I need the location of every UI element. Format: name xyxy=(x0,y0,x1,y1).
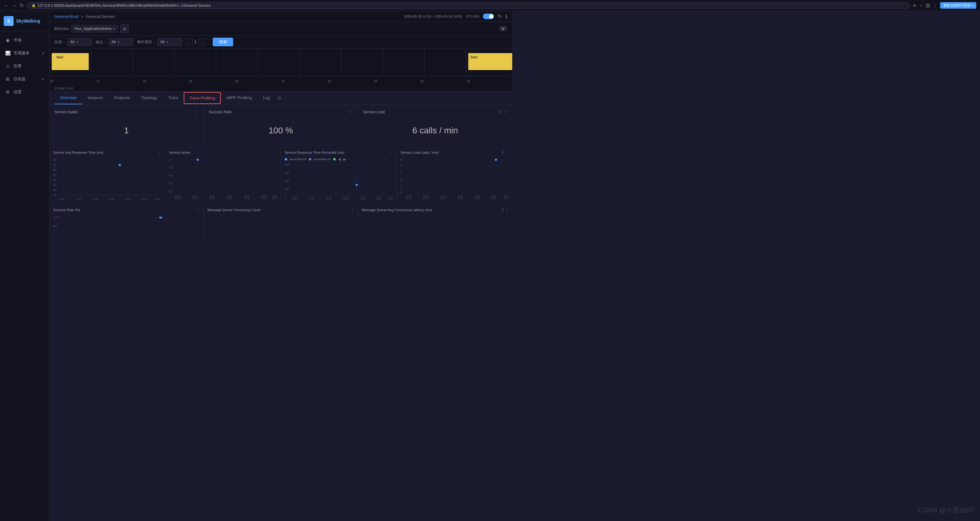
legend-dot-p50 xyxy=(285,158,287,160)
time-range[interactable]: 2024-05-26 14:20 ~ 2024-05-26 14:50 xyxy=(404,14,461,18)
sidebar-item-alarm[interactable]: ⚠ 告警 xyxy=(0,60,49,73)
axis-label: 33 xyxy=(373,79,420,83)
chart-service-load: Service Load (calls / min) ℹ ⋮ 6 5 4 3 2… xyxy=(397,147,512,204)
svg-text:14:45: 14:45 xyxy=(142,198,148,200)
search-button[interactable]: 搜索 xyxy=(213,38,233,46)
sidebar-item-service[interactable]: 📊 常规服务 ∨ xyxy=(0,47,49,60)
endpoint-value: All xyxy=(111,40,116,44)
watermark: CSDN @小道仙97 xyxy=(918,505,974,515)
svg-text:200: 200 xyxy=(285,179,290,183)
legend-arrow-prev[interactable]: ◀ xyxy=(338,157,341,161)
nav-reload[interactable]: ↻ xyxy=(20,2,24,8)
nav-forward[interactable]: → xyxy=(12,3,17,8)
tabs-section: Overview Instance Endpoint Topology Trac… xyxy=(49,92,512,105)
legend-arrow-next[interactable]: ▶ xyxy=(343,157,346,161)
sidebar-item-label: 设置 xyxy=(14,89,22,95)
info-icon[interactable]: ℹ xyxy=(502,150,504,155)
more-icon[interactable]: ⋮ xyxy=(348,110,353,114)
svg-text:05-26: 05-26 xyxy=(388,198,393,200)
info-icon[interactable]: ℹ xyxy=(502,208,504,212)
axis-label: 27 xyxy=(96,79,142,83)
metric-card-success-rate: Success Rate ⋮ 100 % xyxy=(204,105,358,147)
info-icon[interactable]: ℹ xyxy=(506,14,507,19)
menu-icon[interactable]: ⋮ xyxy=(933,3,937,8)
service-config-button[interactable]: ⊞ xyxy=(120,24,129,33)
breadcrumb-root[interactable]: General-Root xyxy=(54,14,78,19)
more-icon[interactable]: ⋮ xyxy=(194,110,199,114)
instance-selector[interactable]: All ▾ xyxy=(67,38,92,46)
prev-page-button[interactable]: ‹ xyxy=(186,38,192,45)
service-name: Your_ApplicationName xyxy=(74,27,112,31)
endpoint-selector[interactable]: All ▾ xyxy=(109,38,134,46)
logo-icon: S xyxy=(4,16,14,26)
more-icon[interactable]: ⋮ xyxy=(389,150,393,155)
axis-label: 28 xyxy=(142,79,188,83)
nav-back[interactable]: ← xyxy=(4,3,9,8)
star-icon[interactable]: ☆ xyxy=(919,3,923,8)
restart-button[interactable]: 重新启动即可更新 » xyxy=(940,2,976,9)
svg-text:05-26: 05-26 xyxy=(59,200,65,200)
tab-log[interactable]: Log xyxy=(258,92,275,104)
v-switch[interactable]: V xyxy=(499,26,507,31)
timeline-chart[interactable]: Start Start 26 27 28 29 30 31 32 33 xyxy=(49,48,512,86)
svg-text:05-26: 05-26 xyxy=(272,197,277,199)
timeline-axis: 26 27 28 29 30 31 32 33 34 35 xyxy=(49,77,512,86)
svg-point-110 xyxy=(495,159,497,160)
axis-label: 29 xyxy=(188,79,235,83)
chart-title: Service Load (calls / min) xyxy=(401,151,439,154)
metric-card-header: Service Load ℹ ⋮ xyxy=(363,110,507,114)
service-selector[interactable]: Your_ApplicationName ▾ xyxy=(71,25,118,32)
svg-text:05-26: 05-26 xyxy=(261,197,267,199)
timeline-section: Start Start 26 27 28 29 30 31 32 33 xyxy=(49,48,512,92)
tab-copy-icon[interactable]: ⊡ xyxy=(275,92,283,104)
more-icon[interactable]: ⋮ xyxy=(505,150,509,155)
tab-trace-profiling[interactable]: Trace Profiling xyxy=(184,92,220,104)
next-page-button[interactable]: › xyxy=(199,38,205,45)
tab-topology[interactable]: Topology xyxy=(135,92,163,104)
more-icon[interactable]: ⋮ xyxy=(158,150,161,155)
metric-actions: ℹ ⋮ xyxy=(500,110,507,114)
metric-card-header: Service Apdex ⋮ xyxy=(54,110,199,114)
chart-actions: ⋮ xyxy=(350,208,354,212)
sidebar-item-label: 常规服务 xyxy=(14,50,30,56)
tab-endpoint[interactable]: Endpoint xyxy=(108,92,135,104)
chart-avg-response-time: Service Avg Response Time (ms) ⋮ 80 70 6… xyxy=(49,147,165,204)
instance-label: 实例： xyxy=(54,40,65,45)
svg-text:100: 100 xyxy=(285,187,290,191)
url-input[interactable]: 🔒 127.0.0.1:60001/dashboard/GENERAL/Serv… xyxy=(27,2,910,9)
alarm-icon: ⚠ xyxy=(5,63,11,69)
chevron-down-icon: ∨ xyxy=(42,52,44,55)
chart-area xyxy=(207,214,354,239)
svg-text:05-26: 05-26 xyxy=(423,197,428,199)
svg-text:Start: Start xyxy=(56,56,63,59)
svg-text:4: 4 xyxy=(401,171,402,175)
tab-overview[interactable]: Overview xyxy=(54,92,82,104)
sidebar-item-dashboard[interactable]: ⊞ 仪表盘 ∨ xyxy=(0,73,49,86)
extension-icon[interactable]: ⬛ xyxy=(926,3,930,8)
svg-text:05-26: 05-26 xyxy=(406,197,411,199)
tab-trace[interactable]: Trace xyxy=(163,92,184,104)
instance-value: All xyxy=(70,40,74,44)
more-icon[interactable]: ⋮ xyxy=(196,208,200,212)
refresh-icon[interactable]: ↻ xyxy=(498,14,502,19)
browser-icons: ⊕ ☆ ⬛ ⋮ xyxy=(913,3,937,8)
tab-instance[interactable]: Instance xyxy=(82,92,108,104)
more-icon[interactable]: ⋮ xyxy=(503,110,507,114)
svg-text:40: 40 xyxy=(53,178,56,181)
sidebar-item-market[interactable]: ◉ 市场 xyxy=(0,33,49,47)
translate-icon[interactable]: ⊕ xyxy=(913,3,916,8)
chart-title: Success Rate (%) xyxy=(53,208,80,212)
more-icon[interactable]: ⋮ xyxy=(350,208,354,212)
sidebar-item-settings[interactable]: ⚙ 设置 xyxy=(0,86,49,98)
more-icon[interactable]: ⋮ xyxy=(505,208,509,212)
theme-toggle[interactable] xyxy=(483,14,494,19)
axis-label: 26 xyxy=(49,79,96,83)
info-icon[interactable]: ℹ xyxy=(500,110,501,114)
svg-text:05-26: 05-26 xyxy=(291,198,297,200)
legend-label-p50: percentile=50 xyxy=(290,158,306,161)
event-selector[interactable]: All ▾ xyxy=(158,38,182,46)
svg-text:100: 100 xyxy=(53,216,60,219)
more-icon[interactable]: ⋮ xyxy=(273,150,277,155)
chart-area: 1 0.8 0.6 0.4 0.2 14:20 05-26 14:25 xyxy=(169,157,277,200)
tab-ebpf-profiling[interactable]: eBPF Profiling xyxy=(221,92,258,104)
